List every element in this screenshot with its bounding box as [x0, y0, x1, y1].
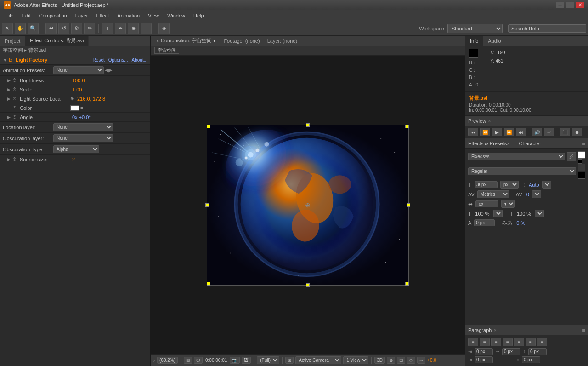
- tool-arrow[interactable]: →: [141, 23, 152, 34]
- handle-bottom-right[interactable]: [405, 282, 409, 286]
- maximize-button[interactable]: □: [566, 2, 574, 8]
- indent-left-input[interactable]: [475, 348, 493, 355]
- flow-btn[interactable]: ⊸: [417, 357, 425, 364]
- angle-stopwatch[interactable]: ⏱: [12, 114, 18, 120]
- character-title[interactable]: Character: [519, 141, 541, 146]
- menu-animation[interactable]: Animation: [113, 12, 143, 19]
- location-layer-select[interactable]: None: [53, 123, 113, 131]
- stroke-swatch[interactable]: [578, 164, 585, 171]
- minimize-button[interactable]: ─: [556, 2, 564, 8]
- grid-btn[interactable]: ⊞: [285, 357, 294, 364]
- justify-right-btn[interactable]: ≡: [526, 338, 536, 346]
- tool-pen2[interactable]: ✒: [115, 23, 126, 34]
- indent-right-input[interactable]: [502, 348, 520, 355]
- kerning-select[interactable]: Metrics: [477, 190, 509, 198]
- comp-panel-controls[interactable]: ≡: [460, 38, 463, 44]
- brightness-stopwatch[interactable]: ⏱: [12, 78, 18, 83]
- view-select[interactable]: 1 View: [343, 356, 368, 364]
- crosshair-icon[interactable]: ⊕: [70, 96, 74, 101]
- tracking-select[interactable]: ▾: [532, 190, 541, 198]
- fx-about-link[interactable]: About...: [132, 57, 147, 63]
- snapshot-btn[interactable]: 📷: [230, 357, 240, 364]
- menu-file[interactable]: File: [2, 12, 17, 19]
- size-unit-select[interactable]: px: [500, 181, 519, 189]
- tab-effect-controls[interactable]: Effect Controls: 背景.avi: [25, 36, 89, 46]
- v-scale-select[interactable]: ▾: [535, 210, 544, 217]
- source-size-value[interactable]: 2: [72, 157, 75, 162]
- info-panel-menu[interactable]: ≡: [583, 36, 588, 46]
- scale-expand[interactable]: ▶: [7, 87, 11, 92]
- font-family-select[interactable]: Fixedsys: [468, 153, 565, 160]
- tool-rotate[interactable]: ↩: [45, 23, 57, 34]
- tool-mask[interactable]: ◈: [158, 23, 170, 34]
- menu-composition[interactable]: Composition: [35, 12, 71, 19]
- overlay-btn[interactable]: ⊛: [387, 357, 395, 364]
- 3d-btn[interactable]: 3D: [374, 357, 385, 364]
- auto-btn[interactable]: Auto: [529, 182, 539, 188]
- justify-all-btn[interactable]: ≡: [537, 338, 547, 346]
- source-size-stopwatch[interactable]: ⏱: [12, 157, 18, 162]
- baseline-input[interactable]: [474, 219, 495, 226]
- preview-close[interactable]: ×: [488, 118, 491, 124]
- search-help-input[interactable]: [508, 24, 586, 33]
- workspace-select[interactable]: Standard: [447, 24, 503, 33]
- obscuration-type-select[interactable]: Alpha: [53, 145, 99, 153]
- tab-composition[interactable]: ⬦ Composition: 宇宙空间 ▾: [153, 36, 220, 45]
- anim-prev-btn[interactable]: ◀: [105, 67, 108, 73]
- panel-menu-icon[interactable]: ≡: [146, 38, 148, 44]
- brightness-value[interactable]: 100.0: [72, 78, 85, 83]
- window-controls[interactable]: ─ □ ✕: [556, 2, 584, 8]
- tool-zoom[interactable]: 🔍: [28, 23, 39, 34]
- preview-menu[interactable]: ≡: [582, 118, 585, 124]
- tool-select[interactable]: ↖: [2, 23, 13, 34]
- render-btn[interactable]: ⟳: [407, 357, 415, 364]
- tool-text[interactable]: T: [102, 23, 113, 34]
- para-menu[interactable]: ≡: [582, 327, 585, 333]
- tool-undo[interactable]: ↺: [58, 23, 69, 34]
- effects-close[interactable]: ×: [507, 141, 509, 146]
- light-expand[interactable]: ▶: [7, 97, 11, 101]
- anim-next-btn[interactable]: ▶: [108, 67, 112, 73]
- align-center-btn[interactable]: ≡: [480, 338, 490, 346]
- light-value[interactable]: 216.0, 172.8: [77, 96, 105, 102]
- handle-bottom-left[interactable]: [207, 282, 210, 286]
- angle-expand[interactable]: ▶: [7, 115, 11, 120]
- prev-first-btn[interactable]: ⏮: [468, 128, 478, 136]
- h-scale-select[interactable]: ▾: [493, 210, 503, 217]
- tab-project[interactable]: Project: [0, 36, 25, 46]
- angle-value[interactable]: 0x +0.0°: [72, 114, 91, 120]
- handle-mid-right[interactable]: [407, 203, 410, 207]
- text-color-swatch[interactable]: [578, 151, 585, 159]
- handle-top-mid[interactable]: [306, 123, 310, 127]
- unit-select[interactable]: ▾: [501, 200, 515, 208]
- menu-help[interactable]: Help: [190, 12, 208, 19]
- menu-effect[interactable]: Effect: [92, 12, 113, 19]
- prev-rec-btn[interactable]: ⏺: [572, 128, 582, 136]
- panel-tab-controls[interactable]: ≡: [146, 38, 150, 44]
- fast-preview-btn[interactable]: ⬡: [194, 357, 203, 364]
- zoom-select[interactable]: (60.2%): [157, 357, 178, 364]
- close-button[interactable]: ✕: [576, 2, 584, 8]
- fx-options-link[interactable]: Options...: [108, 57, 128, 63]
- color-picker-icon[interactable]: ≡: [80, 105, 83, 111]
- quality-select[interactable]: (Full): [257, 356, 279, 364]
- comp-panel-menu[interactable]: ≡: [460, 38, 463, 44]
- menu-edit[interactable]: Edit: [18, 12, 34, 19]
- scale-stopwatch[interactable]: ⏱: [12, 87, 18, 92]
- bg-swatch[interactable]: [578, 172, 585, 179]
- prev-loop-btn[interactable]: ↩: [544, 128, 554, 136]
- show-snapshot-btn[interactable]: 🖼: [242, 357, 251, 364]
- font-picker-btn[interactable]: 🖊: [567, 152, 576, 161]
- space-after-input[interactable]: [522, 356, 540, 363]
- font-size-input[interactable]: [475, 181, 498, 188]
- handle-mid-left[interactable]: [205, 203, 209, 207]
- anim-presets-select[interactable]: None: [53, 66, 104, 74]
- leading-select[interactable]: ▾: [542, 181, 551, 189]
- tool-hand[interactable]: ✋: [15, 23, 26, 34]
- tool-pen[interactable]: ✏: [84, 23, 95, 34]
- fx-expand[interactable]: ▼: [3, 57, 7, 63]
- source-size-expand[interactable]: ▶: [7, 157, 11, 162]
- brightness-expand[interactable]: ▶: [7, 78, 11, 83]
- prev-fwd-btn[interactable]: ⏩: [504, 128, 514, 136]
- font-style-select[interactable]: Regular: [468, 167, 576, 175]
